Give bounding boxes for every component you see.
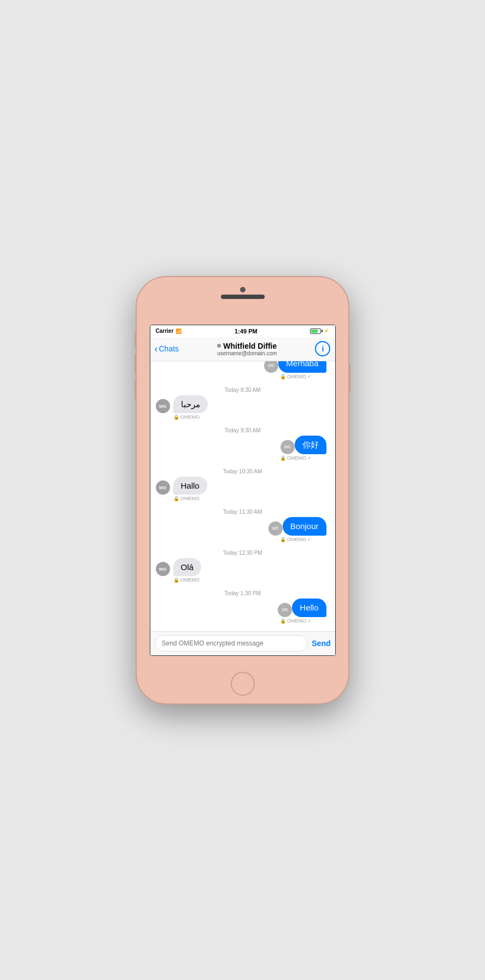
screen: Carrier 📶 1:49 PM ⚡ ‹ Chats xyxy=(150,325,336,656)
message-row: MerhabaUC xyxy=(156,361,330,373)
home-button[interactable] xyxy=(231,672,255,696)
message-bubble: Hello xyxy=(292,598,326,617)
bubble-wrap: Bonjour xyxy=(283,517,326,536)
status-right: ⚡ xyxy=(310,328,329,334)
list-item: WDمرحبا🔒 OMEMO xyxy=(156,395,330,420)
nav-bar: ‹ Chats Whitfield Diffie username@domain… xyxy=(150,337,335,361)
list-item: BonjourUC🔒 OMEMO ✓ xyxy=(156,517,330,542)
charging-icon: ⚡ xyxy=(324,328,329,333)
phone-frame: Carrier 📶 1:49 PM ⚡ ‹ Chats xyxy=(137,277,348,703)
message-row: BonjourUC xyxy=(156,517,330,536)
message-timestamp: Today 11:30 AM xyxy=(156,509,330,515)
front-camera xyxy=(240,287,246,292)
message-timestamp: Today 8:30 AM xyxy=(156,387,330,393)
avatar: UC xyxy=(278,603,292,617)
omemo-label: 🔒 OMEMO ✓ xyxy=(156,455,312,461)
back-button[interactable]: ‹ Chats xyxy=(155,344,179,354)
carrier-label: Carrier xyxy=(156,328,174,334)
message-row: WDمرحبا xyxy=(156,395,330,414)
avatar: UC xyxy=(281,440,295,454)
omemo-label: 🔒 OMEMO xyxy=(173,414,330,420)
omemo-label: 🔒 OMEMO ✓ xyxy=(156,374,312,379)
chat-area: WDЗдравствуйте🔒 OMEMOToday 7:30 AMMerhab… xyxy=(150,361,335,631)
message-bubble: Merhaba xyxy=(278,361,326,373)
message-row: 你好UC xyxy=(156,436,330,454)
battery-indicator xyxy=(310,328,323,334)
message-bubble: Olá xyxy=(173,558,201,577)
avatar: UC xyxy=(268,521,283,536)
message-timestamp: Today 10:30 AM xyxy=(156,468,330,474)
list-item: WDOlá🔒 OMEMO xyxy=(156,558,330,583)
input-bar: Send xyxy=(150,631,335,655)
mute-button xyxy=(135,332,137,347)
list-item: MerhabaUC🔒 OMEMO ✓ xyxy=(156,361,330,379)
message-timestamp: Today 1:30 PM xyxy=(156,590,330,596)
message-bubble: 你好 xyxy=(295,436,326,454)
message-bubble: Hallo xyxy=(173,477,207,495)
bubble-wrap: Hello xyxy=(292,598,326,617)
bubble-wrap: مرحبا xyxy=(173,395,208,414)
message-row: HelloUC xyxy=(156,598,330,617)
chevron-left-icon: ‹ xyxy=(155,344,158,354)
contact-email: username@domain.com xyxy=(217,350,277,356)
omemo-label: 🔒 OMEMO ✓ xyxy=(156,537,312,542)
omemo-label: 🔒 OMEMO ✓ xyxy=(156,618,312,624)
nav-title: Whitfield Diffie username@domain.com xyxy=(217,342,277,356)
battery-nub xyxy=(322,330,323,332)
avatar: UC xyxy=(264,361,278,373)
bubble-wrap: Merhaba xyxy=(278,361,326,373)
phone-top xyxy=(221,287,265,299)
wifi-icon: 📶 xyxy=(176,328,182,334)
message-input[interactable] xyxy=(155,635,308,652)
omemo-label: 🔒 OMEMO xyxy=(173,577,330,583)
back-label: Chats xyxy=(159,344,179,353)
bubble-wrap: 你好 xyxy=(295,436,326,454)
volume-up-button xyxy=(135,354,137,373)
message-timestamp: Today 9:30 AM xyxy=(156,427,330,433)
power-button xyxy=(348,363,350,392)
message-bubble: Bonjour xyxy=(283,517,326,536)
avatar: WD xyxy=(156,562,170,576)
contact-name-row: Whitfield Diffie xyxy=(217,342,277,350)
send-button[interactable]: Send xyxy=(312,639,330,648)
list-item: 你好UC🔒 OMEMO ✓ xyxy=(156,436,330,461)
volume-down-button xyxy=(135,380,137,400)
info-button[interactable]: i xyxy=(315,341,330,356)
status-bar: Carrier 📶 1:49 PM ⚡ xyxy=(150,325,335,337)
contact-name: Whitfield Diffie xyxy=(223,342,277,350)
avatar: WD xyxy=(156,399,170,413)
message-bubble: مرحبا xyxy=(173,395,208,414)
bubble-wrap: Hallo xyxy=(173,477,207,495)
speaker xyxy=(221,295,265,299)
battery-body xyxy=(310,328,321,334)
list-item: HelloUC🔒 OMEMO ✓ xyxy=(156,598,330,624)
avatar: WD xyxy=(156,480,170,495)
message-row: WDHallo xyxy=(156,477,330,495)
message-timestamp: Today 12:30 PM xyxy=(156,550,330,556)
message-row: WDOlá xyxy=(156,558,330,577)
status-time: 1:49 PM xyxy=(235,328,258,335)
list-item: WDHallo🔒 OMEMO xyxy=(156,477,330,502)
bubble-wrap: Olá xyxy=(173,558,201,577)
battery-fill xyxy=(311,330,318,333)
online-status-dot xyxy=(217,344,221,348)
info-icon: i xyxy=(322,344,324,353)
status-left: Carrier 📶 xyxy=(156,328,182,334)
omemo-label: 🔒 OMEMO xyxy=(173,496,330,501)
